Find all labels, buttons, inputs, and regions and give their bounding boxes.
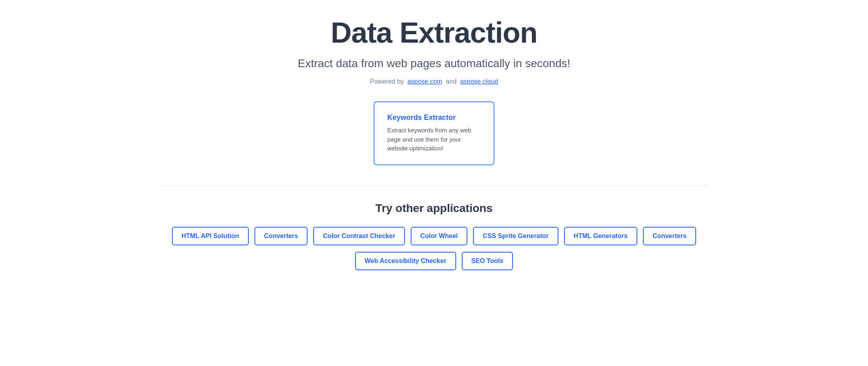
subtitle: Extract data from web pages automaticall…: [160, 57, 708, 70]
powered-by: Powered by aspose.com and aspose.cloud: [160, 78, 708, 85]
aspose-cloud-link[interactable]: aspose.cloud: [460, 78, 498, 85]
keywords-extractor-card[interactable]: Keywords Extractor Extract keywords from…: [374, 101, 494, 165]
and-text: and: [446, 78, 457, 85]
page-wrapper: Data Extraction Extract data from web pa…: [152, 0, 716, 301]
card-title: Keywords Extractor: [387, 113, 481, 122]
powered-by-text: Powered by: [370, 78, 404, 85]
other-apps-title: Try other applications: [160, 202, 708, 215]
app-btn-row2-1[interactable]: SEO Tools: [462, 252, 513, 270]
app-btn-row1-4[interactable]: CSS Sprite Generator: [473, 227, 558, 245]
app-btn-row1-5[interactable]: HTML Generators: [564, 227, 637, 245]
aspose-com-link[interactable]: aspose.com: [407, 78, 442, 85]
page-title: Data Extraction: [160, 16, 708, 49]
app-btn-row1-1[interactable]: Converters: [254, 227, 308, 245]
app-btn-row2-0[interactable]: Web Accessibility Checker: [355, 252, 456, 270]
app-btn-row1-2[interactable]: Color Contrast Checker: [313, 227, 405, 245]
app-btn-row1-3[interactable]: Color Wheel: [411, 227, 467, 245]
app-btn-row1-6[interactable]: Converters: [643, 227, 696, 245]
feature-card-container: Keywords Extractor Extract keywords from…: [160, 101, 708, 165]
card-description: Extract keywords from any web page and u…: [387, 126, 481, 153]
section-divider: [160, 185, 708, 186]
app-btn-row1-0[interactable]: HTML API Solution: [172, 227, 249, 245]
apps-row-2: Web Accessibility CheckerSEO Tools: [160, 252, 708, 270]
apps-row-1: HTML API SolutionConvertersColor Contras…: [160, 227, 708, 245]
